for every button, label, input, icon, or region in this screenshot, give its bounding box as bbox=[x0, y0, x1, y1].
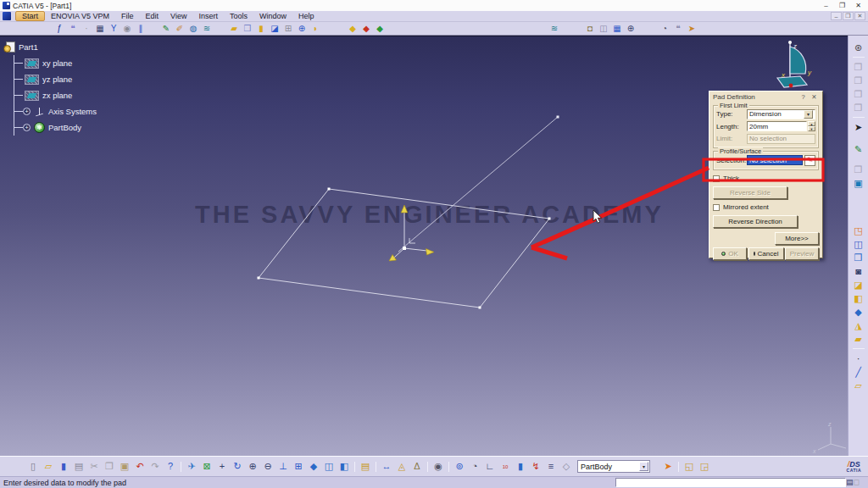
tree-root[interactable]: Part1 bbox=[4, 39, 97, 55]
catalog-a-icon[interactable]: ◱ bbox=[682, 460, 696, 474]
catalog-browser-icon[interactable]: ◫ bbox=[598, 23, 609, 34]
apply-material-icon[interactable]: ◘ bbox=[584, 23, 596, 34]
rib-icon[interactable]: ⊞ bbox=[282, 23, 294, 34]
stiffener-icon[interactable]: ⊕ bbox=[296, 23, 308, 34]
menu-window[interactable]: Window bbox=[253, 11, 292, 21]
view-mode-icon[interactable]: ◔ bbox=[659, 23, 670, 34]
open-icon[interactable]: ▱ bbox=[42, 460, 55, 474]
shaft-icon[interactable]: ▮ bbox=[255, 23, 267, 34]
pocket-icon[interactable]: ❒ bbox=[242, 23, 253, 34]
expander-icon[interactable]: + bbox=[23, 108, 31, 115]
insert-feature-icon[interactable]: ❐ bbox=[852, 102, 865, 114]
save-icon[interactable]: ▮ bbox=[57, 460, 70, 474]
rotate-icon[interactable]: ↻ bbox=[231, 460, 244, 474]
sketch-box-icon[interactable]: ▣ bbox=[852, 177, 865, 189]
formula-icon[interactable]: ƒ bbox=[53, 23, 65, 34]
cancel-button[interactable]: Cancel bbox=[748, 247, 784, 260]
command-input[interactable] bbox=[615, 478, 846, 487]
undo-icon[interactable]: ↶ bbox=[133, 460, 147, 474]
manipulator-icon[interactable]: ➤ bbox=[686, 23, 698, 34]
mini-disabled-icon[interactable]: · bbox=[81, 23, 92, 34]
print-icon[interactable]: ▤ bbox=[72, 460, 86, 474]
context-help-icon[interactable]: ? bbox=[164, 460, 177, 474]
more-button[interactable]: More>> bbox=[775, 232, 819, 245]
update-icon[interactable]: ◔ bbox=[468, 460, 481, 474]
reframe-icon[interactable]: ⊕ bbox=[625, 23, 637, 34]
doc-close-button[interactable]: ✕ bbox=[854, 12, 865, 20]
mirrored-extent-checkbox[interactable] bbox=[713, 204, 720, 211]
length-input[interactable]: 20mm bbox=[747, 121, 807, 131]
redo-icon[interactable]: ↷ bbox=[148, 460, 162, 474]
multi-view-icon[interactable]: ⊞ bbox=[292, 460, 305, 474]
design-table-icon[interactable]: ▦ bbox=[94, 23, 106, 34]
normal-view-icon[interactable]: ⊥ bbox=[276, 460, 290, 474]
ok-button[interactable]: OK bbox=[713, 247, 747, 260]
fit-all-in-icon[interactable]: ⊠ bbox=[200, 460, 214, 474]
measure-inertia-icon[interactable]: Δ bbox=[410, 460, 424, 474]
boolean-add-icon[interactable]: ◆ bbox=[347, 23, 359, 34]
menu-start[interactable]: Start bbox=[15, 11, 45, 21]
line-icon[interactable]: ╱ bbox=[852, 366, 865, 378]
update-bolt-icon[interactable]: ↯ bbox=[529, 460, 542, 474]
insert-set-icon[interactable]: ❐ bbox=[852, 75, 865, 86]
paste-icon[interactable]: ▣ bbox=[118, 460, 131, 474]
menu-edit[interactable]: Edit bbox=[140, 11, 165, 21]
tree-item-yz-plane[interactable]: yz plane bbox=[14, 71, 97, 87]
sketcher-icon[interactable]: ✎ bbox=[160, 23, 172, 34]
apply-hand-icon[interactable]: ➤ bbox=[661, 460, 675, 474]
sketch-icon[interactable]: ✎ bbox=[804, 155, 815, 166]
catalog-b-icon[interactable]: ◲ bbox=[698, 460, 711, 474]
circle-pattern-icon[interactable]: ◙ bbox=[852, 265, 865, 277]
dimension-display-icon[interactable]: 10 bbox=[498, 460, 512, 474]
menu-help[interactable]: Help bbox=[292, 11, 320, 21]
fly-mode-icon[interactable]: ✈ bbox=[185, 460, 198, 474]
construction-line[interactable] bbox=[398, 117, 558, 252]
dialog-close-button[interactable]: ✕ bbox=[810, 93, 819, 101]
tree-item-partbody[interactable]: +✱PartBody bbox=[14, 119, 97, 136]
pad-icon[interactable]: ▰ bbox=[228, 23, 240, 34]
copy-icon[interactable]: ❐ bbox=[103, 460, 116, 474]
new-document-icon[interactable]: ▯ bbox=[26, 460, 40, 474]
multi-output-icon[interactable]: ❐ bbox=[852, 164, 865, 175]
groove-icon[interactable]: ◪ bbox=[269, 23, 281, 34]
tree-item-zx-plane[interactable]: zx plane bbox=[14, 87, 97, 103]
selection-field[interactable]: No selection bbox=[747, 155, 803, 165]
reverse-side-button[interactable]: Reverse Side bbox=[713, 186, 787, 199]
compass[interactable]: z y x bbox=[761, 38, 817, 96]
powercopy-icon[interactable]: ⊚ bbox=[453, 460, 466, 474]
camera-icon[interactable]: ◉ bbox=[431, 460, 445, 474]
sketch-icon[interactable]: ✎ bbox=[852, 143, 865, 155]
draft-icon[interactable]: ◮ bbox=[852, 319, 865, 331]
select-cursor-icon[interactable]: ➤ bbox=[852, 121, 865, 133]
specification-list-icon[interactable]: ≡ bbox=[544, 460, 558, 474]
doc-minimize-button[interactable]: – bbox=[831, 12, 842, 20]
cube-icon[interactable]: ◆ bbox=[852, 306, 865, 318]
boolean-intersect-icon[interactable]: ◆ bbox=[374, 23, 386, 34]
multi-pad-icon[interactable]: ◗ bbox=[309, 23, 321, 34]
lock-icon[interactable]: ◉ bbox=[121, 23, 133, 34]
expander-icon[interactable]: + bbox=[23, 124, 31, 131]
settings-gear-icon[interactable]: ⊛ bbox=[852, 42, 865, 53]
hidden-line-icon[interactable]: ◫ bbox=[322, 460, 336, 474]
thick-checkbox[interactable] bbox=[713, 175, 720, 182]
pan-icon[interactable]: + bbox=[215, 460, 229, 474]
plane-icon[interactable]: ▱ bbox=[852, 380, 865, 391]
reverse-direction-button[interactable]: Reverse Direction bbox=[713, 215, 798, 228]
dialog-help-button[interactable]: ? bbox=[798, 93, 808, 101]
positioned-sketch-icon[interactable]: ✐ bbox=[174, 23, 186, 34]
zoom-in-icon[interactable]: ⊕ bbox=[246, 460, 259, 474]
exchange-icon[interactable]: ◇ bbox=[559, 460, 573, 474]
comment-icon[interactable]: ❝ bbox=[67, 23, 79, 34]
snap-icon[interactable]: ◳ bbox=[852, 225, 865, 236]
catalog-icon[interactable]: ▤ bbox=[359, 460, 372, 474]
compass-anchor[interactable] bbox=[789, 84, 793, 88]
box-icon[interactable]: ❒ bbox=[852, 252, 865, 263]
measure-item-icon[interactable]: ◬ bbox=[395, 460, 409, 474]
close-button[interactable]: ✕ bbox=[850, 1, 866, 11]
menu-enovia-v5-vpm[interactable]: ENOVIA V5 VPM bbox=[45, 11, 115, 21]
command-entry-icon[interactable]: ▤ bbox=[846, 479, 854, 486]
iso-view-icon[interactable]: ◆ bbox=[307, 460, 320, 474]
3d-viewport[interactable]: THE SAVVY ENGINEER ACADEMY bbox=[0, 36, 848, 456]
insert-body-icon[interactable]: ❐ bbox=[852, 61, 865, 73]
menu-insert[interactable]: Insert bbox=[192, 11, 224, 21]
